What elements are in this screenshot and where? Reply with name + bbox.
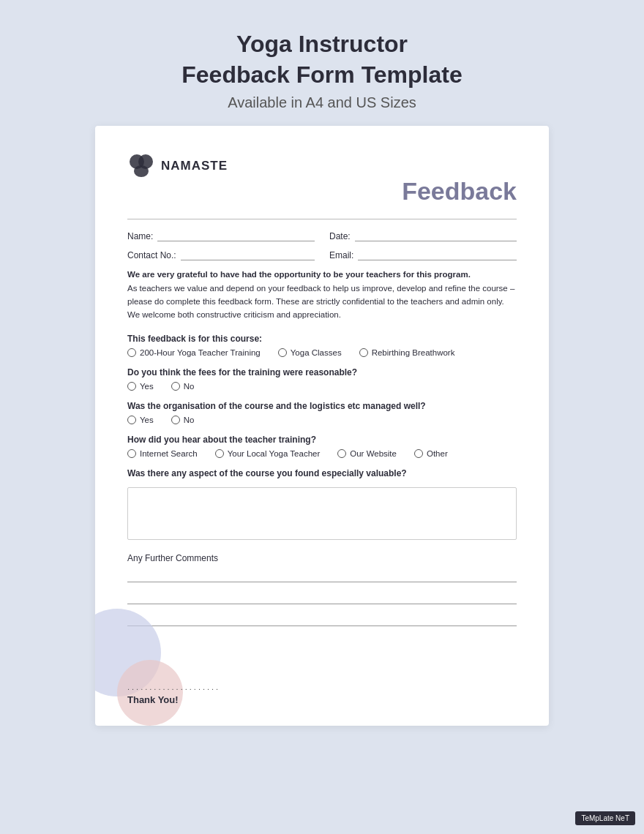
radio-icon (359, 348, 368, 357)
radio-icon (127, 416, 136, 424)
question-1: This feedback is for this course: 200-Ho… (127, 334, 517, 357)
radio-icon (278, 348, 287, 357)
q3-label: Was the organisation of the course and t… (127, 401, 517, 411)
radio-icon (127, 348, 136, 357)
q5-label: Was there any aspect of the course you f… (127, 468, 517, 478)
q1-option-2[interactable]: Yoga Classes (278, 348, 342, 357)
q2-option-1[interactable]: Yes (127, 382, 154, 391)
comment-line-2 (127, 590, 517, 604)
email-label: Email: (329, 250, 353, 260)
q2-option-2[interactable]: No (171, 382, 195, 391)
radio-icon (414, 449, 423, 458)
radio-icon (171, 382, 180, 391)
watermark: TeMpLate NeT (575, 811, 635, 825)
comment-line-1 (127, 568, 517, 582)
name-date-row: Name: Date: (127, 230, 517, 241)
q3-option-2[interactable]: No (171, 416, 195, 424)
q3-option-1[interactable]: Yes (127, 416, 154, 424)
feedback-title: Feedback (127, 177, 517, 206)
namaste-logo-icon (127, 152, 155, 180)
email-field-group: Email: (329, 249, 517, 260)
q3-options: Yes No (127, 416, 517, 424)
radio-icon (215, 449, 224, 458)
radio-icon (171, 416, 180, 424)
q4-options: Internet Search Your Local Yoga Teacher … (127, 449, 517, 458)
intro-text: We are very grateful to have had the opp… (127, 268, 517, 322)
q4-option-3[interactable]: Our Website (337, 449, 397, 458)
q2-label: Do you think the fees for the training w… (127, 367, 517, 377)
date-label: Date: (329, 231, 351, 241)
thank-you-text: Thank You! (127, 694, 220, 705)
form-card: NAMASTE Feedback Name: Date: Contact No.… (95, 126, 549, 726)
page-header: Yoga Instructor Feedback Form Template A… (181, 29, 463, 111)
svg-point-2 (134, 165, 149, 177)
question-3: Was the organisation of the course and t… (127, 401, 517, 424)
name-input[interactable] (157, 230, 315, 241)
name-label: Name: (127, 231, 153, 241)
q1-option-3[interactable]: Rebirthing Breathwork (359, 348, 455, 357)
contact-label: Contact No.: (127, 250, 176, 260)
contact-email-row: Contact No.: Email: (127, 249, 517, 260)
q4-option-1[interactable]: Internet Search (127, 449, 198, 458)
dots-decoration: ..................... (127, 683, 220, 691)
name-field-group: Name: (127, 230, 315, 241)
question-5: Was there any aspect of the course you f… (127, 468, 517, 543)
q4-label: How did you hear about the teacher train… (127, 435, 517, 445)
q1-label: This feedback is for this course: (127, 334, 517, 344)
intro-body: As teachers we value and depend on your … (127, 284, 514, 320)
q4-option-4[interactable]: Other (414, 449, 448, 458)
email-input[interactable] (358, 249, 517, 260)
contact-input[interactable] (181, 249, 315, 260)
q5-textarea[interactable] (127, 487, 517, 540)
q1-options: 200-Hour Yoga Teacher Training Yoga Clas… (127, 348, 517, 357)
page-title: Yoga Instructor Feedback Form Template (181, 29, 463, 90)
contact-field-group: Contact No.: (127, 249, 315, 260)
brand-name: NAMASTE (161, 159, 228, 173)
question-2: Do you think the fees for the training w… (127, 367, 517, 391)
logo-area: NAMASTE (127, 152, 517, 180)
intro-bold: We are very grateful to have had the opp… (127, 270, 471, 279)
radio-icon (127, 449, 136, 458)
comments-label: Any Further Comments (127, 553, 517, 563)
divider (127, 219, 517, 219)
q1-option-1[interactable]: 200-Hour Yoga Teacher Training (127, 348, 261, 357)
date-field-group: Date: (329, 230, 517, 241)
question-4: How did you hear about the teacher train… (127, 435, 517, 458)
deco-bottom (95, 609, 227, 726)
q2-options: Yes No (127, 382, 517, 391)
date-input[interactable] (355, 230, 517, 241)
page-subtitle: Available in A4 and US Sizes (181, 94, 463, 111)
thank-you-section: ..................... Thank You! (127, 683, 220, 705)
q4-option-2[interactable]: Your Local Yoga Teacher (215, 449, 321, 458)
radio-icon (337, 449, 346, 458)
radio-icon (127, 382, 136, 391)
